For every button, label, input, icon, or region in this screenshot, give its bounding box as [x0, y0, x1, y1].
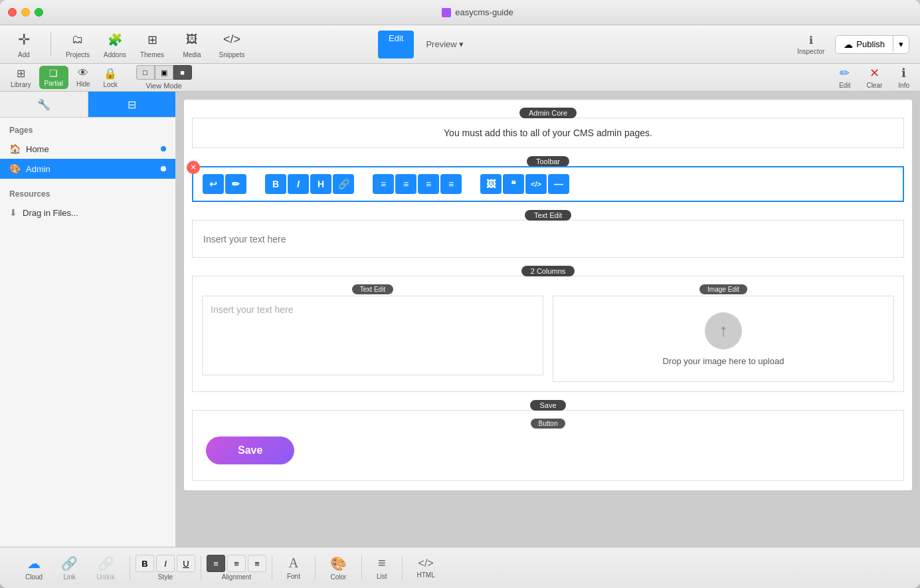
bt-align-center-btn[interactable]: ≡	[227, 555, 246, 572]
snippets-button[interactable]: </> Snippets	[219, 31, 245, 58]
tab-preview[interactable]: Preview ▾	[415, 31, 474, 58]
lock-button[interactable]: 🔒 Lock	[98, 64, 123, 91]
link-btn[interactable]: 🔗	[333, 174, 354, 194]
lock-label: Lock	[104, 81, 118, 88]
bt-cloud-group: ☁ Cloud 🔗 Link 🔗 Unlink	[16, 551, 124, 585]
format-edit-btn[interactable]: ✏	[225, 174, 246, 194]
partial-button[interactable]: ❏ Partial	[39, 66, 68, 89]
list-ordered-btn[interactable]: ≡	[395, 174, 416, 194]
sidebar-tab-pages[interactable]: ⊟	[88, 92, 176, 117]
add-button[interactable]: ✛ Add	[11, 31, 37, 58]
color-icon: 🎨	[330, 555, 347, 571]
snippets-label: Snippets	[219, 51, 245, 58]
sidebar-tab-wrench[interactable]: 🔧	[0, 92, 88, 117]
addons-button[interactable]: 🧩 Addons	[102, 31, 128, 58]
text-edit-input[interactable]	[193, 221, 903, 257]
align-right-btn[interactable]: ≡	[440, 174, 462, 194]
maximize-button[interactable]	[35, 8, 43, 17]
save-btn-container: Save	[202, 430, 894, 471]
themes-button[interactable]: ⊞ Themes	[139, 31, 165, 58]
addons-icon: 🧩	[104, 31, 126, 49]
close-button[interactable]	[8, 8, 17, 17]
style-label: Style	[158, 573, 173, 581]
view-mode-left-btn[interactable]: □	[136, 65, 155, 80]
bold-btn[interactable]: B	[265, 174, 286, 194]
publish-button[interactable]: ☁ Publish	[836, 36, 893, 53]
minimize-button[interactable]	[21, 8, 30, 17]
lock-icon: 🔒	[104, 67, 117, 80]
undo-btn[interactable]: ↩	[203, 174, 224, 194]
bt-sep-5	[361, 556, 362, 580]
bt-html-btn[interactable]: </> HTML	[408, 553, 444, 583]
html-label: HTML	[417, 571, 435, 579]
blockquote-btn[interactable]: ❝	[503, 174, 524, 194]
edit-action-clear[interactable]: ✕ Clear	[861, 64, 887, 90]
cloud-icon: ☁	[27, 555, 41, 571]
wrench-icon: 🔧	[37, 98, 50, 111]
bt-align-left-btn[interactable]: ≡	[207, 555, 225, 572]
insert-image-btn[interactable]: 🖼	[480, 174, 502, 194]
bt-cloud-btn[interactable]: ☁ Cloud	[16, 551, 52, 585]
resources-section-title: Resources	[0, 179, 175, 203]
publish-dropdown-button[interactable]: ▾	[893, 36, 909, 53]
hide-button[interactable]: 👁 Hide	[71, 64, 96, 90]
unlink-label: Unlink	[96, 573, 115, 581]
canvas: Admin Core You must add this to all of y…	[184, 100, 912, 490]
admin-dot	[161, 166, 166, 171]
publish-icon: ☁	[844, 39, 853, 50]
hide-icon: 👁	[78, 67, 88, 79]
italic-btn[interactable]: I	[288, 174, 309, 194]
divider-btn[interactable]: —	[548, 174, 569, 194]
bottom-toolbar: ☁ Cloud 🔗 Link 🔗 Unlink B I U Style	[0, 547, 920, 588]
snippets-icon: </>	[221, 31, 242, 49]
bt-link-btn[interactable]: 🔗 Link	[52, 551, 87, 585]
drag-files-label: Drag in Files...	[23, 208, 78, 218]
edit-action-info[interactable]: ℹ Info	[893, 64, 915, 90]
media-button[interactable]: 🖼 Media	[179, 31, 205, 58]
image-upload-area[interactable]: ↑ Drop your image here to upload	[553, 296, 894, 382]
view-mode-group: □ ▣ ■ View Mode	[136, 65, 192, 90]
text-edit-section	[192, 220, 904, 258]
bt-font-btn[interactable]: A Font	[278, 551, 310, 584]
heading-btn[interactable]: H	[310, 174, 331, 194]
sidebar-item-drag-files[interactable]: ⬇ Drag in Files...	[0, 203, 175, 223]
toolbar-close-btn[interactable]: ✕	[187, 161, 200, 174]
image-edit-inner-label: Image Edit	[553, 284, 894, 294]
bt-sep-4	[315, 556, 316, 580]
bt-color-btn[interactable]: 🎨 Color	[321, 551, 356, 585]
admin-page-label: Admin	[26, 164, 50, 174]
bt-italic-btn[interactable]: I	[156, 555, 175, 572]
bt-bold-btn[interactable]: B	[136, 555, 154, 572]
list-unordered-btn[interactable]: ≡	[373, 174, 394, 194]
save-button[interactable]: Save	[206, 437, 294, 464]
add-icon: ✛	[13, 31, 35, 49]
align-left-btn[interactable]: ≡	[418, 174, 439, 194]
col-text-area[interactable]: Insert your text here	[202, 296, 543, 375]
font-label: Font	[287, 573, 300, 580]
view-mode-label: View Mode	[146, 82, 182, 90]
window-title-area: easycms-guide	[442, 7, 513, 17]
cloud-label: Cloud	[25, 573, 43, 581]
tab-edit[interactable]: Edit	[378, 31, 414, 58]
inspector-button[interactable]: ℹ Inspector	[792, 31, 830, 58]
view-mode-right-btn[interactable]: ■	[173, 65, 192, 80]
library-button[interactable]: ⊞ Library	[5, 64, 37, 91]
projects-label: Projects	[66, 51, 90, 58]
bt-unlink-btn[interactable]: 🔗 Unlink	[87, 551, 124, 585]
col-left: Text Edit Insert your text here	[202, 286, 543, 382]
toolbar-sep-1	[50, 33, 51, 56]
bt-list-btn[interactable]: ≡ List	[367, 551, 397, 584]
code-btn[interactable]: </>	[525, 174, 547, 194]
unlink-icon: 🔗	[98, 555, 114, 571]
toolbar-center: ⊞ Themes 🖼 Media </> Snippets Edit Previ…	[139, 31, 781, 58]
sidebar-item-home[interactable]: 🏠 Home	[0, 139, 175, 159]
sidebar-item-admin[interactable]: 🎨 Admin	[0, 159, 175, 179]
edit-action-edit[interactable]: ✏ Edit	[834, 64, 856, 90]
toolbar-section-label: Toolbar	[192, 156, 904, 167]
bt-align-right-btn[interactable]: ≡	[248, 555, 266, 572]
view-mode-mid-btn[interactable]: ▣	[155, 65, 173, 80]
projects-button[interactable]: 🗂 Projects	[64, 31, 91, 58]
secondary-toolbar: ⊞ Library ❏ Partial 👁 Hide 🔒 Lock □ ▣ ■ …	[0, 64, 920, 92]
bt-underline-btn[interactable]: U	[177, 555, 195, 572]
undo-edit-group: ↩ ✏	[203, 174, 246, 194]
